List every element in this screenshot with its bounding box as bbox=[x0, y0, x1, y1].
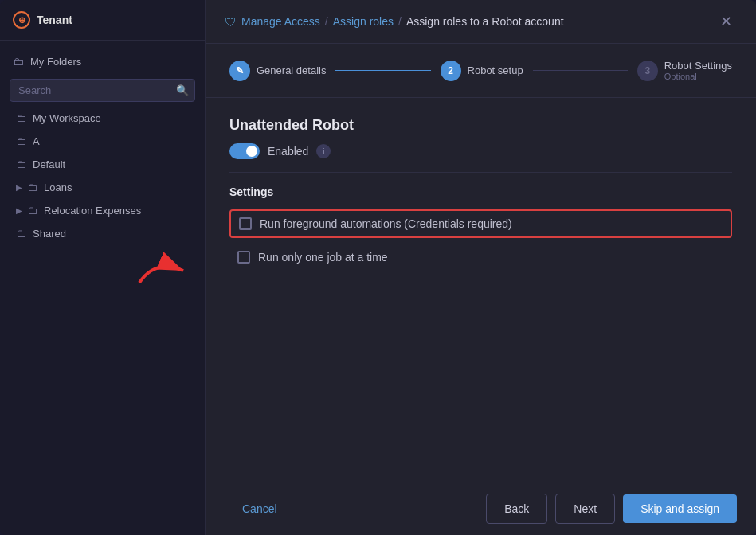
folder-icon: 🗀 bbox=[16, 228, 26, 240]
modal-body: Unattended Robot Enabled i Settings Run … bbox=[206, 98, 756, 482]
checkbox-row-one-job: Run only one job at a time bbox=[229, 244, 732, 270]
checkbox-one-job[interactable] bbox=[237, 251, 250, 264]
unattended-toggle[interactable] bbox=[229, 143, 260, 159]
skip-assign-button[interactable]: Skip and assign bbox=[623, 494, 737, 523]
step-label-3: Robot Settings bbox=[664, 60, 732, 72]
breadcrumb-assign-roles[interactable]: Assign roles bbox=[333, 15, 394, 28]
toggle-label: Enabled bbox=[268, 145, 308, 158]
breadcrumb-sep-1: / bbox=[325, 15, 328, 28]
step-label-1: General details bbox=[257, 64, 326, 76]
step-connector-2 bbox=[533, 70, 628, 71]
step-circle-1: ✎ bbox=[229, 61, 250, 81]
step-sublabel-3: Optional bbox=[664, 72, 732, 81]
sidebar-item-a[interactable]: 🗀 A bbox=[3, 130, 202, 153]
folder-icon: 🗀 bbox=[13, 55, 24, 68]
sidebar-item-my-workspace[interactable]: 🗀 My Workspace bbox=[3, 107, 202, 130]
breadcrumb-sep-2: / bbox=[398, 15, 402, 28]
app-container: ⊕ Tenant 🗀 My Folders 🔍 🗀 My Workspace 🗀… bbox=[0, 0, 756, 535]
footer-left: Cancel bbox=[225, 494, 295, 523]
sidebar-content: 🗀 My Folders 🔍 🗀 My Workspace 🗀 A 🗀 Defa… bbox=[0, 41, 205, 535]
info-icon[interactable]: i bbox=[316, 144, 331, 158]
modal-footer: Cancel Back Next Skip and assign bbox=[206, 482, 756, 535]
settings-title: Settings bbox=[229, 185, 732, 198]
tenant-icon: ⊕ bbox=[13, 11, 30, 29]
sidebar-header: ⊕ Tenant bbox=[0, 0, 205, 41]
sidebar-item-relocation-expenses[interactable]: ▶ 🗀 Relocation Expenses bbox=[3, 199, 202, 222]
sidebar-item-label: Default bbox=[33, 158, 65, 170]
sidebar-item-label: My Workspace bbox=[33, 112, 101, 124]
toggle-row: Enabled i bbox=[229, 143, 732, 159]
checkbox-one-job-label: Run only one job at a time bbox=[258, 251, 388, 264]
step-robot-settings: 3 Robot Settings Optional bbox=[637, 60, 732, 81]
my-folders-label: My Folders bbox=[30, 56, 81, 68]
checkbox-foreground[interactable] bbox=[239, 217, 252, 230]
step-label-2: Robot setup bbox=[468, 64, 523, 76]
breadcrumb-current: Assign roles to a Robot account bbox=[406, 15, 564, 28]
breadcrumb: 🛡 Manage Access / Assign roles / Assign … bbox=[225, 15, 564, 29]
sidebar-item-label: A bbox=[33, 135, 40, 147]
step-connector-1 bbox=[335, 70, 430, 71]
close-button[interactable]: ✕ bbox=[715, 11, 737, 32]
checkbox-row-foreground: Run foreground automations (Credentials … bbox=[229, 209, 732, 238]
sidebar-item-shared[interactable]: 🗀 Shared bbox=[3, 222, 202, 245]
sidebar-item-loans[interactable]: ▶ 🗀 Loans bbox=[3, 176, 202, 199]
unattended-robot-title: Unattended Robot bbox=[229, 117, 732, 134]
folder-icon: 🗀 bbox=[16, 135, 26, 147]
checkbox-foreground-label: Run foreground automations (Credentials … bbox=[260, 217, 512, 230]
next-button[interactable]: Next bbox=[555, 494, 615, 524]
breadcrumb-manage-access[interactable]: Manage Access bbox=[241, 15, 320, 28]
tenant-label: Tenant bbox=[37, 14, 72, 26]
shield-icon: 🛡 bbox=[225, 15, 237, 29]
sidebar-item-label: Shared bbox=[33, 228, 66, 240]
search-box: 🔍 bbox=[10, 79, 195, 102]
folder-icon: 🗀 bbox=[16, 112, 26, 124]
cancel-button[interactable]: Cancel bbox=[225, 494, 295, 523]
steps-bar: ✎ General details 2 Robot setup 3 Robot … bbox=[206, 44, 756, 98]
search-icon: 🔍 bbox=[176, 84, 189, 96]
back-button[interactable]: Back bbox=[486, 494, 547, 524]
expand-icon: ▶ bbox=[16, 183, 22, 192]
sidebar: ⊕ Tenant 🗀 My Folders 🔍 🗀 My Workspace 🗀… bbox=[0, 0, 206, 535]
expand-icon: ▶ bbox=[16, 206, 22, 215]
footer-right: Back Next Skip and assign bbox=[486, 494, 737, 524]
modal-header: 🛡 Manage Access / Assign roles / Assign … bbox=[206, 0, 756, 44]
step-circle-2: 2 bbox=[441, 61, 461, 81]
sidebar-item-label: Relocation Expenses bbox=[44, 205, 141, 217]
search-input[interactable] bbox=[10, 79, 195, 102]
main-content: 🛡 Manage Access / Assign roles / Assign … bbox=[206, 0, 756, 535]
sidebar-item-default[interactable]: 🗀 Default bbox=[3, 153, 202, 176]
sidebar-item-label: Loans bbox=[44, 182, 72, 193]
folder-icon: 🗀 bbox=[27, 182, 37, 193]
step-circle-3: 3 bbox=[637, 61, 658, 81]
step-general-details: ✎ General details bbox=[229, 61, 326, 81]
my-folders-item[interactable]: 🗀 My Folders bbox=[0, 49, 205, 74]
folder-icon: 🗀 bbox=[27, 205, 37, 217]
folder-icon: 🗀 bbox=[16, 158, 26, 170]
step-robot-setup: 2 Robot setup bbox=[441, 61, 523, 81]
divider-1 bbox=[229, 172, 732, 173]
step-label-3-wrap: Robot Settings Optional bbox=[664, 60, 732, 81]
